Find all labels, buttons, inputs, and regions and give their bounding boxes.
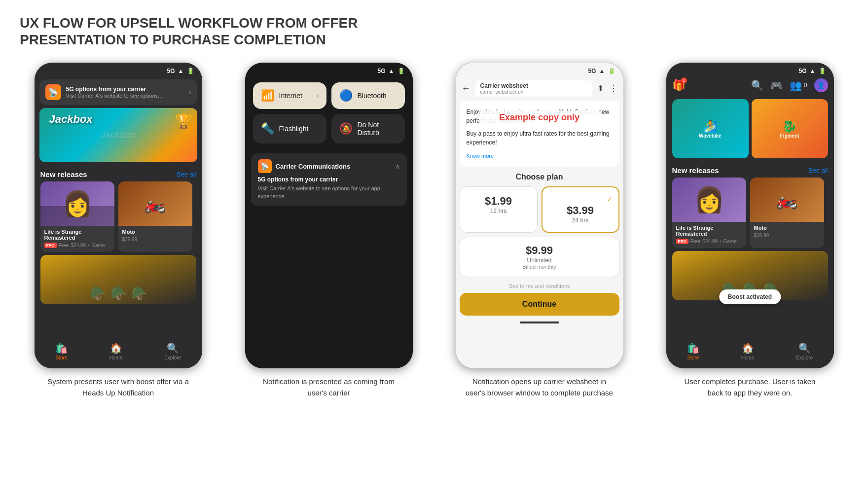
home-icon-4: 🏠 [742, 342, 754, 354]
gamepad-icon-4[interactable]: 🎮 [770, 79, 783, 91]
section-header-1: New releases See all [35, 165, 202, 181]
top-bar-icons-4: 🔍 🎮 👥 0 👤 [751, 78, 828, 92]
game-card-moto-title: Moto [122, 229, 188, 235]
carrier-icon: 📡 [258, 159, 272, 173]
notif-content-1: 5G options from your carrier Visit Carri… [66, 86, 184, 99]
qs-tile-bluetooth[interactable]: 🔵 Bluetooth [331, 82, 405, 109]
game-card-lis-4-title: Life is Strange Remastered [676, 225, 742, 237]
game-card-moto[interactable]: 🏍️ Moto $39.99 [118, 181, 192, 252]
plan-check-icon: ✓ [548, 195, 613, 203]
phone-col-4: 5G ▲ 🔋 🎁 2 🔍 🎮 👥 0 [651, 63, 848, 398]
notif-title-1: 5G options from your carrier [66, 86, 184, 93]
phone-frame-3: 5G ▲ 🔋 ← Carrier websheet carrier webshe… [456, 63, 623, 368]
notif-chevron-icon-1: › [188, 88, 191, 97]
carrier-notif-body: Visit Carrier A's website to see options… [258, 185, 400, 200]
nav-store-4[interactable]: 🛍️ Store [687, 342, 699, 360]
qs-dnd-label: Do Not Disturb [358, 121, 397, 137]
figment-label: Figment [780, 133, 799, 139]
jackbox-label: Jackbox [49, 113, 93, 126]
explore-icon-1: 🔍 [167, 342, 179, 354]
phone-col-2: 5G ▲ 🔋 📶 Internet › 🔵 Bluetooth [230, 63, 427, 398]
continue-button[interactable]: Continue [460, 293, 619, 316]
moto-art-icon-4: 🏍️ [776, 189, 798, 210]
see-all-4[interactable]: See all [808, 167, 828, 174]
soldier-icon-1a: 🪖 [90, 286, 106, 301]
phone-col-3: 5G ▲ 🔋 ← Carrier websheet carrier webshe… [441, 63, 638, 398]
phone-frame-1: 5G ▲ 🔋 📡 5G options from your carrier Vi… [35, 63, 202, 368]
phone1-battery-icon: 🔋 [187, 68, 194, 74]
plan-price-1: $1.99 [466, 195, 531, 208]
pro-badge-4: PRO [676, 239, 688, 244]
phone3-status-5g: 5G [588, 68, 596, 74]
notification-banner-1[interactable]: 📡 5G options from your carrier Visit Car… [39, 79, 197, 105]
phone1-signal-icon: ▲ [178, 68, 184, 74]
people-count-label: 0 [804, 82, 807, 89]
plan-card-unlimited[interactable]: $9.99 Unlimited Billed monthly [460, 237, 619, 277]
price-free-1: Free [59, 243, 69, 248]
carrier-notif-header: 📡 Carrier Communications ∧ [258, 159, 400, 173]
see-all-1[interactable]: See all [177, 171, 196, 178]
bottom-nav-4: 🛍️ Store 🏠 Home 🔍 Explore [666, 338, 834, 368]
game-card-lis[interactable]: 👩 Life is Strange Remastered PRO Free $2… [40, 181, 114, 252]
qs-tile-dnd[interactable]: 🔕 Do Not Disturb [331, 114, 405, 143]
figment-content: 🐉 Figment [780, 119, 799, 139]
plan-card-24hr[interactable]: ✓ $3.99 24 hrs [542, 186, 619, 233]
moto-art-icon: 🏍️ [144, 193, 166, 214]
gift-badge-dot: 2 [681, 77, 687, 83]
caption-1: System presents user with boost offer vi… [44, 376, 192, 398]
lis-art-icon: 👩 [62, 189, 93, 218]
section-title-1: New releases [40, 170, 87, 179]
websheet-icons: ⬆ ⋮ [597, 84, 617, 93]
nav-home-4[interactable]: 🏠 Home [741, 342, 755, 360]
carrier-chevron-icon: ∧ [395, 162, 400, 170]
nav-explore-label-4: Explore [796, 355, 813, 360]
game-card-moto-4-meta: $39.99 [754, 233, 820, 238]
price-moto-4: $39.99 [754, 233, 769, 238]
phone4-status-5g: 5G [799, 68, 807, 74]
notif-icon-1: 📡 [45, 84, 61, 100]
qs-grid: 📶 Internet › 🔵 Bluetooth 🔦 Flashlight 🔕 [245, 76, 413, 149]
section-header-4: New releases See all [666, 161, 834, 178]
phone4-screen: 5G ▲ 🔋 🎁 2 🔍 🎮 👥 0 [666, 63, 834, 368]
genre-1: • [88, 243, 90, 248]
carrier-notif-title-row: 📡 Carrier Communications [258, 159, 351, 173]
pro-badge-1: PRO [44, 243, 57, 248]
wavebike-content: 🏄 Wavebike [699, 119, 722, 139]
websheet-url: carrier websheet url [480, 89, 587, 95]
nav-explore-label-1: Explore [164, 355, 181, 360]
caption-2: Notification is presented as coming from… [255, 376, 403, 398]
soldiers-banner-1: 🪖 🪖 🪖 [40, 255, 196, 304]
share-icon[interactable]: ⬆ [597, 84, 604, 93]
soldier-icon-1b: 🪖 [110, 286, 126, 301]
nav-store-1[interactable]: 🛍️ Store [55, 342, 68, 360]
more-icon[interactable]: ⋮ [610, 84, 617, 93]
nav-explore-4[interactable]: 🔍 Explore [796, 342, 813, 360]
price-free-4: Free [690, 239, 701, 244]
plan-card-1hr[interactable]: $1.99 12 hrs [460, 186, 538, 233]
price-orig-1: $24.99 [71, 243, 86, 248]
back-button[interactable]: ← [462, 83, 470, 94]
game-card-lis-4[interactable]: 👩 Life is Strange Remastered PRO Free $2… [672, 178, 746, 248]
game-card-moto-4-info: Moto $39.99 [750, 222, 824, 242]
nav-home-label-1: Home [109, 355, 123, 360]
game-card-moto-4[interactable]: 🏍️ Moto $39.99 [750, 178, 824, 248]
wavebike-icon: 🏄 [699, 119, 722, 133]
nav-explore-1[interactable]: 🔍 Explore [164, 342, 181, 360]
know-more-link[interactable]: Know more [467, 153, 494, 159]
people-count: 👥 0 [790, 79, 807, 91]
game-card-moto-meta: $39.99 [122, 237, 188, 242]
avatar-4[interactable]: 👤 [814, 78, 828, 92]
qs-flashlight-label: Flashlight [279, 125, 309, 133]
game-cards-row-4: 👩 Life is Strange Remastered PRO Free $2… [666, 178, 834, 248]
nav-home-1[interactable]: 🏠 Home [109, 342, 123, 360]
qs-tile-flashlight[interactable]: 🔦 Flashlight [253, 114, 326, 143]
phone3-screen: 5G ▲ 🔋 ← Carrier websheet carrier webshe… [456, 63, 623, 368]
phone3-battery-icon: 🔋 [608, 68, 615, 74]
top-bar-4: 🎁 2 🔍 🎮 👥 0 👤 [666, 76, 834, 96]
phone-col-1: 5G ▲ 🔋 📡 5G options from your carrier Vi… [20, 63, 217, 398]
qs-tile-internet[interactable]: 📶 Internet › [253, 82, 326, 109]
phone4-signal-icon: ▲ [810, 68, 816, 74]
search-icon-4[interactable]: 🔍 [751, 79, 763, 91]
home-indicator-3 [456, 318, 623, 327]
phone1-status-bar: 5G ▲ 🔋 [35, 63, 202, 76]
